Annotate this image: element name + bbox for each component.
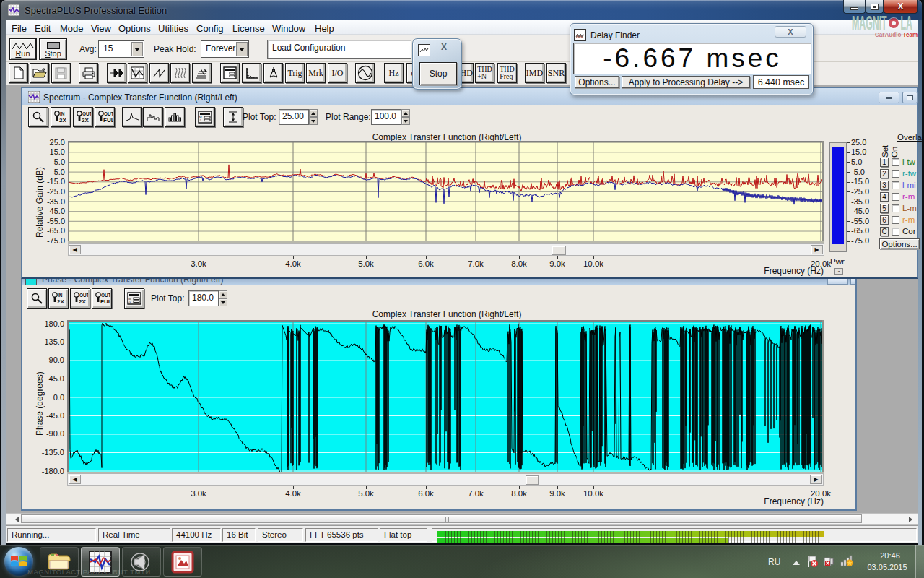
- svg-text:OUT: OUT: [79, 293, 88, 298]
- svg-text:2X: 2X: [59, 117, 66, 124]
- svg-text:FULL: FULL: [103, 117, 113, 124]
- svg-text:FULL: FULL: [100, 298, 110, 305]
- svg-text:IN: IN: [60, 111, 65, 116]
- svg-text:A: A: [199, 118, 201, 122]
- svg-text:2X: 2X: [82, 117, 89, 124]
- svg-text:A: A: [128, 300, 131, 303]
- svg-text:OUT: OUT: [104, 111, 113, 116]
- svg-text:2X: 2X: [57, 298, 64, 305]
- svg-text:2X: 2X: [79, 298, 86, 305]
- svg-text:OUT: OUT: [82, 111, 91, 116]
- svg-text:OUT: OUT: [101, 293, 110, 298]
- svg-text:IN: IN: [58, 293, 63, 298]
